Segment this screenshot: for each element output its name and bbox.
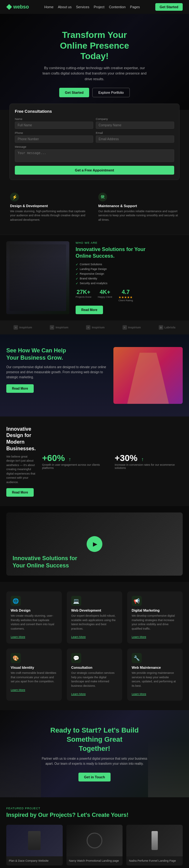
cta-title: Ready to Start? Let's Build Something Gr… (9, 726, 180, 753)
nav-contention[interactable]: Contention (109, 5, 126, 9)
about-content: WHO WE ARE Innovative Solutions for Your… (76, 241, 183, 314)
service-maintenance-title: Maintenance & Support (98, 204, 179, 208)
nav-services[interactable]: Services (76, 5, 89, 9)
nav-links: Home About us Services Project Contentio… (44, 5, 140, 9)
project-card-0[interactable]: Plan & Dace Company Website (6, 825, 63, 866)
service-item-maintenance: 🛠 Maintenance & Support Our dedicated te… (95, 189, 183, 225)
hero-get-started-button[interactable]: Get Started (59, 88, 89, 97)
consultation-title-card: Consultation (71, 665, 118, 670)
logo-icon (6, 4, 12, 10)
web-dev-learn-more[interactable]: Learn More (71, 635, 86, 639)
partner-1-icon: ● (13, 325, 18, 330)
nav-cta-button[interactable]: Get Started (155, 3, 183, 11)
service-design-title: Design & Development (10, 204, 91, 208)
project-card-1[interactable]: Narcy Watch Promotional Landing page (67, 825, 123, 866)
stats-content: Innovative Design for Modern Businesses.… (6, 426, 36, 497)
maintenance-icon: 🛠 (98, 193, 107, 202)
stats-read-more-button[interactable]: Read More (6, 488, 34, 497)
check-item-1: Landing Page Design (76, 267, 183, 272)
stats-title: Innovative Design for Modern Businesses. (6, 426, 36, 452)
check-item-0: Content Solutions (76, 262, 183, 267)
visual-identity-icon: 🎨 (11, 653, 21, 663)
stat-rating-num: 4.7 (118, 289, 133, 296)
phone-label: Phone (15, 131, 93, 134)
rating-stars: ★★★★★ (118, 296, 133, 299)
stat-rating: 4.7 ★★★★★ Client Rating (118, 289, 133, 302)
about-read-more-button[interactable]: Read More (76, 306, 103, 314)
stats-numbers: +60% ↑ Growth in user engagement across … (42, 453, 183, 469)
project-thumb-1 (67, 825, 123, 856)
digital-marketing-learn-more[interactable]: Learn More (132, 635, 146, 639)
stat-30: +30% ↑ Increase in conversion rates for … (115, 453, 183, 469)
about-section: WHO WE ARE Innovative Solutions for Your… (0, 235, 189, 320)
design-icon: ⚡ (10, 193, 19, 202)
partner-5-icon: ◆ (159, 325, 163, 330)
about-title: Innovative Solutions for Your Online Suc… (76, 246, 183, 259)
partner-5: ◆ Labriola (159, 325, 176, 330)
web-dev-title: Web Development (71, 609, 118, 612)
nav-project[interactable]: Project (93, 5, 104, 9)
arrow-up-2-icon: ↑ (141, 457, 144, 462)
stat-60-label: Growth in user engagement across our cli… (42, 463, 108, 469)
web-dev-desc: Our expert developers build robust, scal… (71, 614, 118, 631)
cta-get-in-touch-button[interactable]: Get in Touch (78, 773, 111, 781)
project-thumb-0 (6, 825, 63, 856)
web-maintenance-icon: 🔧 (132, 653, 142, 663)
web-design-desc: We create visually stunning, user-friend… (11, 614, 57, 631)
about-label: WHO WE ARE (76, 241, 183, 244)
hero-section: Transform Your Online Presence Today! By… (0, 14, 189, 110)
web-maintenance-desc: We provide ongoing maintenance services … (132, 671, 178, 688)
service-card-web-design: 🌐 Web Design We create visually stunning… (6, 591, 62, 644)
hero-portfolio-button[interactable]: Explore Portfolio (92, 88, 130, 97)
stat-clients: 4K+ Happy Client (98, 289, 112, 302)
name-input[interactable] (15, 122, 93, 129)
cta-content: Ready to Start? Let's Build Something Gr… (9, 726, 180, 781)
visual-identity-title: Visual Identity (11, 665, 57, 670)
stats-section: Innovative Design for Modern Businesses.… (0, 416, 189, 506)
visual-identity-desc: We craft memorable brand identities that… (11, 671, 57, 684)
company-field: Company (96, 118, 174, 129)
phone-input[interactable] (15, 135, 93, 143)
web-design-learn-more[interactable]: Learn More (11, 635, 25, 639)
logo[interactable]: webso (6, 4, 29, 10)
consultation-learn-more[interactable]: Learn More (71, 692, 86, 695)
check-item-4: Security and Analytics (76, 281, 183, 286)
how-help-read-more-button[interactable]: Read More (6, 384, 34, 393)
web-maintenance-learn-more[interactable]: Learn More (132, 692, 146, 695)
email-input[interactable] (96, 135, 174, 143)
visual-identity-learn-more[interactable]: Learn More (11, 688, 25, 691)
consultation-form: Free Consultations Name Company Phone Em… (9, 103, 180, 180)
stats-description: We believe great design isn't just about… (6, 455, 36, 485)
stat-projects: 27K+ Projects Done (76, 289, 91, 302)
nav-pages[interactable]: Pages (130, 5, 140, 9)
projects-title: Inspired by Our Projects? Let's Create Y… (6, 812, 183, 818)
partners-section: ● Inspirium ● Inspirium ● Inspirium ● In… (0, 320, 189, 334)
partner-3-icon: ● (86, 325, 90, 330)
email-field: Email (96, 131, 174, 143)
video-thumbnail[interactable]: Innovative Solutions for Your Online Suc… (6, 513, 183, 576)
company-input[interactable] (96, 122, 174, 129)
name-field: Name (15, 118, 93, 129)
nav-about[interactable]: About us (58, 5, 72, 9)
project-title-2: Nadra Perfume Funnel Landing Page (129, 859, 180, 863)
nav-home[interactable]: Home (44, 5, 53, 9)
web-design-title: Web Design (11, 609, 57, 612)
project-card-2[interactable]: Nadra Perfume Funnel Landing Page (126, 825, 183, 866)
play-button[interactable] (87, 536, 102, 552)
stat-30-label: Increase in conversion rates for our eco… (115, 463, 183, 469)
stat-rating-label: Client Rating (118, 299, 133, 302)
stat-30-num: +30% ↑ (115, 453, 183, 463)
hero-title: Transform Your Online Presence Today! (9, 30, 180, 62)
cta-description: Partner with us to create a powerful dig… (39, 756, 150, 766)
message-input[interactable] (15, 149, 174, 162)
hero-description: By combining cutting-edge technology wit… (41, 65, 148, 82)
check-item-3: Brand Identity (76, 276, 183, 281)
person-silhouette (127, 353, 169, 404)
form-row-2: Phone Email (15, 131, 174, 143)
email-label: Email (96, 131, 174, 134)
project-obj-0 (28, 831, 41, 850)
video-section: Innovative Solutions for Your Online Suc… (0, 506, 189, 582)
services-grid: 🌐 Web Design We create visually stunning… (6, 591, 183, 701)
consultation-submit-button[interactable]: Get a Free Appointment (15, 166, 174, 175)
how-help-content: See How We Can Help Your Business Grow. … (6, 347, 107, 404)
